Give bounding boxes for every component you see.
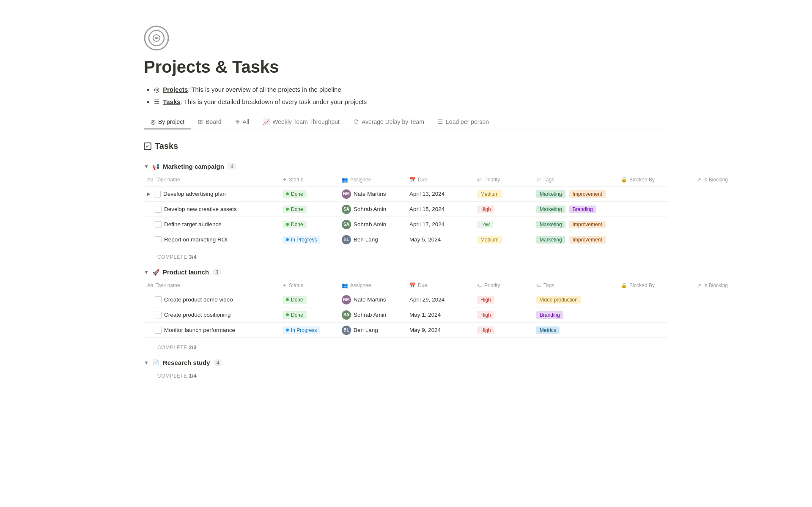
group-arrow: ▼ [144, 360, 149, 366]
cell-task-name: Define target audience [144, 219, 279, 230]
col-priority: 🏷Priority [474, 175, 533, 184]
complete-count: 3/4 [189, 254, 197, 260]
tab-weekly-label: Weekly Team Throughput [272, 118, 340, 125]
avatar: BL [342, 235, 351, 244]
cell-priority: Medium [474, 188, 533, 200]
expand-arrow[interactable]: ▶ [147, 192, 151, 196]
tab-all[interactable]: ✳ All [228, 115, 256, 129]
assignee-name: Nate Martins [354, 191, 386, 197]
cell-priority: Medium [474, 233, 533, 246]
cell-is-blocking [694, 237, 761, 242]
task-icon [154, 191, 161, 197]
cell-blocked-by [617, 222, 694, 227]
priority-badge: High [477, 206, 494, 213]
cell-blocked-by [617, 207, 694, 212]
assignee-name: Nate Martins [354, 296, 386, 303]
cell-tags: Branding [533, 309, 617, 321]
col-status: ✦Status [279, 281, 338, 290]
tasks-section: Tasks ▼ 📢 Marketing campaign 4 AaTask na… [144, 141, 668, 382]
table-row[interactable]: Develop new creative assets Done SA Sohr… [144, 202, 668, 217]
due-date: May 5, 2024 [409, 236, 441, 243]
cell-due: May 1, 2024 [406, 309, 474, 321]
tasks-heading: Tasks [155, 141, 178, 151]
col-is-blocking: ↗Is Blocking [694, 175, 761, 184]
group-header-research-study[interactable]: ▼ 📄 Research study 4 [144, 356, 668, 370]
cell-tags: MarketingImprovement [533, 218, 617, 231]
tag-badge: Marketing [536, 206, 565, 213]
assignee-name: Sohrab Amin [354, 206, 386, 212]
tag-badge: Branding [536, 311, 563, 319]
tab-load-per-person[interactable]: ☰ Load per person [431, 115, 496, 129]
table-row[interactable]: Create product demo video Done NM Nate M… [144, 292, 668, 307]
tab-weekly-throughput[interactable]: 📈 Weekly Team Throughput [256, 115, 346, 129]
group-header-product-launch[interactable]: ▼ 🚀 Product launch 3 [144, 265, 668, 279]
tab-all-icon: ✳ [235, 118, 240, 125]
status-badge: Done [283, 206, 307, 213]
assignee-name: Ben Lang [354, 327, 378, 333]
assignee-name: Sohrab Amin [354, 221, 386, 227]
complete-row: COMPLETE 2/3 [144, 341, 668, 354]
status-badge: Done [283, 190, 307, 198]
task-icon [155, 327, 162, 334]
cell-priority: High [474, 324, 533, 337]
cell-due: April 29, 2024 [406, 294, 474, 305]
cell-priority: Low [474, 218, 533, 231]
group-count: 4 [214, 359, 222, 366]
group-marketing-campaign: ▼ 📢 Marketing campaign 4 AaTask name ✦St… [144, 159, 668, 263]
table-header: AaTask name ✦Status 👥Assignee 📅Due 🏷Prio… [144, 279, 668, 292]
task-icon [155, 206, 162, 213]
table-row[interactable]: Monitor launch performance In Progress B… [144, 323, 668, 338]
col-assignee: 👥Assignee [338, 175, 406, 184]
col-status: ✦Status [279, 175, 338, 184]
tag-badge: Metrics [536, 326, 560, 334]
group-research-study: ▼ 📄 Research study 4 COMPLETE 1/4 [144, 356, 668, 382]
table-wrapper-marketing-campaign: AaTask name ✦Status 👥Assignee 📅Due 🏷Prio… [144, 173, 668, 247]
due-date: May 9, 2024 [409, 327, 441, 333]
cell-assignee: BL Ben Lang [338, 233, 406, 247]
tag-badge: Improvement [569, 190, 606, 198]
complete-row: COMPLETE 3/4 [144, 251, 668, 263]
table-row[interactable]: Report on marketing ROI In Progress BL B… [144, 232, 668, 247]
cell-due: May 9, 2024 [406, 324, 474, 336]
group-product-launch: ▼ 🚀 Product launch 3 AaTask name ✦Status… [144, 265, 668, 354]
complete-count: 2/3 [189, 345, 197, 351]
task-icon [155, 296, 162, 303]
cell-priority: High [474, 293, 533, 306]
tab-avg-label: Average Delay by Team [362, 118, 424, 125]
table-row[interactable]: ▶ Develop advertising plan Done NM Nate … [144, 186, 668, 202]
complete-row: COMPLETE 1/4 [144, 370, 668, 382]
table-row[interactable]: Define target audience Done SA Sohrab Am… [144, 217, 668, 232]
task-icon [155, 221, 162, 228]
priority-badge: Medium [477, 236, 502, 244]
tab-avg-icon: ⏱ [353, 118, 359, 125]
cell-tags: MarketingBranding [533, 203, 617, 216]
cell-is-blocking [694, 192, 761, 197]
tab-board-icon: ⊞ [198, 118, 203, 125]
tasks-link[interactable]: Tasks [163, 98, 180, 105]
projects-link[interactable]: Projects [163, 86, 188, 93]
cell-is-blocking [694, 222, 761, 227]
table-row[interactable]: Create product positioning Done SA Sohra… [144, 307, 668, 323]
tab-by-project[interactable]: ◎ By project [144, 115, 191, 129]
tab-board[interactable]: ⊞ Board [191, 115, 228, 129]
group-arrow: ▼ [144, 269, 149, 275]
group-icon: 📄 [152, 359, 159, 366]
tasks-checkbox[interactable] [144, 143, 151, 150]
task-icon [155, 236, 162, 243]
cell-due: May 5, 2024 [406, 234, 474, 245]
status-badge: Done [283, 311, 307, 319]
tag-badge: Video production [536, 296, 581, 304]
status-dot [286, 238, 289, 241]
nav-tabs: ◎ By project ⊞ Board ✳ All 📈 Weekly Team… [144, 115, 668, 129]
col-due: 📅Due [406, 175, 474, 184]
groups-container: ▼ 📢 Marketing campaign 4 AaTask name ✦St… [144, 159, 668, 382]
task-name-text: Report on marketing ROI [164, 236, 228, 243]
due-date: April 29, 2024 [409, 296, 444, 303]
table-wrapper-product-launch: AaTask name ✦Status 👥Assignee 📅Due 🏷Prio… [144, 279, 668, 338]
tab-avg-delay[interactable]: ⏱ Average Delay by Team [346, 115, 431, 129]
group-title: Product launch [163, 269, 209, 276]
group-header-marketing-campaign[interactable]: ▼ 📢 Marketing campaign 4 [144, 159, 668, 173]
cell-is-blocking [694, 297, 761, 302]
cell-task-name: ▶ Develop advertising plan [144, 188, 279, 200]
complete-count: 1/4 [189, 373, 197, 379]
